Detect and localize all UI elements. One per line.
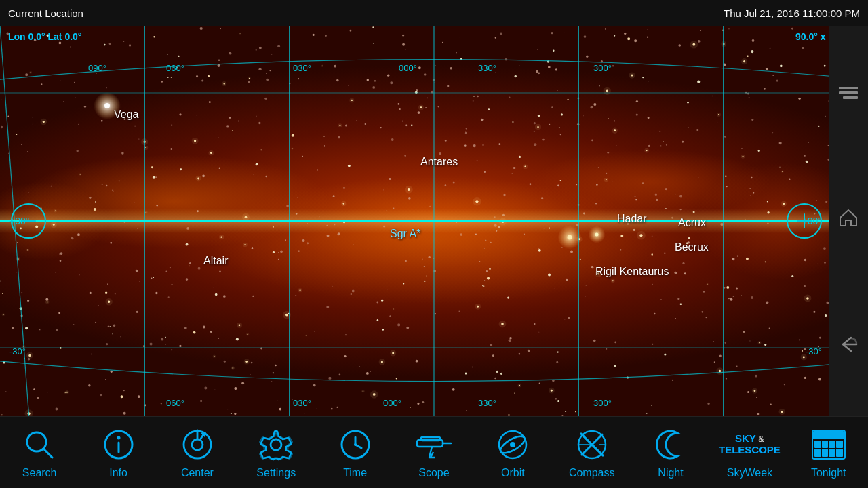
- svg-rect-13: [804, 214, 805, 228]
- star-sgra: Sgr A*: [390, 228, 420, 240]
- star-becrux: Becrux: [675, 241, 709, 253]
- night-icon: [652, 426, 689, 463]
- dec-minus30-right: -30°: [806, 346, 822, 357]
- coord-330-bot: 330°: [478, 398, 496, 408]
- nav-orbit[interactable]: Orbit: [482, 426, 543, 479]
- zoom-out-button[interactable]: [11, 203, 46, 239]
- nav-scope[interactable]: Scope: [403, 426, 465, 479]
- svg-point-23: [192, 439, 203, 450]
- nav-time[interactable]: Time: [325, 426, 386, 479]
- compass-icon: [574, 426, 610, 463]
- center-icon: [179, 426, 216, 463]
- nav-tonight[interactable]: Tonight: [798, 426, 859, 479]
- orbit-icon: [494, 426, 531, 463]
- lonlat-display: Lon 0.0° Lat 0.0°: [8, 31, 81, 42]
- info-icon: [100, 426, 137, 463]
- nav-night[interactable]: Night: [640, 426, 701, 479]
- coord-030-bot: 030°: [293, 398, 311, 408]
- star-rigil: Rigil Kentaurus: [595, 266, 669, 278]
- nav-settings[interactable]: Settings: [245, 426, 307, 479]
- coord-030-top: 030°: [293, 63, 311, 73]
- star-altair: Altair: [203, 255, 228, 267]
- coord-090: 090°: [88, 63, 106, 73]
- svg-rect-11: [21, 220, 36, 222]
- svg-point-31: [354, 443, 357, 446]
- coord-000-top: 000°: [399, 63, 417, 73]
- coord-060-bot: 060°: [166, 398, 184, 408]
- skyweek-icon: SKY & TELESCOPE: [731, 426, 768, 463]
- sky-view[interactable]: 090° 060° 030° 000° 330° 300° 060° 030° …: [0, 26, 868, 416]
- bottom-navigation: Search Info Center: [0, 416, 868, 488]
- star-vega: Vega: [114, 108, 138, 121]
- star-acrux: Acrux: [678, 217, 706, 229]
- zoom-in-button[interactable]: [787, 203, 822, 239]
- android-menu-button[interactable]: [837, 85, 859, 103]
- search-icon: [21, 426, 58, 463]
- coord-000-bot: 000°: [383, 398, 401, 408]
- scope-icon: [416, 426, 452, 463]
- svg-point-27: [271, 439, 281, 450]
- svg-rect-16: [843, 96, 858, 99]
- tonight-icon: [810, 426, 847, 463]
- settings-icon: [258, 426, 294, 463]
- nav-search[interactable]: Search: [9, 426, 70, 479]
- nav-info[interactable]: Info: [88, 426, 149, 479]
- coord-300-top: 300°: [593, 63, 612, 73]
- dec-minus30-left: -30°: [9, 346, 26, 357]
- svg-rect-14: [839, 87, 858, 89]
- coord-330-top: 330°: [478, 63, 496, 73]
- svg-point-39: [510, 442, 515, 447]
- android-home-button[interactable]: [837, 207, 859, 231]
- nav-center[interactable]: Center: [167, 426, 228, 479]
- star-hadar: Hadar: [617, 213, 647, 225]
- star-antares: Antares: [420, 156, 458, 168]
- svg-point-21: [117, 436, 120, 439]
- android-back-button[interactable]: [837, 335, 859, 357]
- svg-rect-33: [421, 437, 440, 441]
- nav-skyweek[interactable]: SKY & TELESCOPE SkyWeek: [719, 426, 780, 479]
- time-icon: [337, 426, 374, 463]
- coord-300-bot: 300°: [593, 398, 612, 408]
- android-nav-buttons: [829, 26, 868, 416]
- svg-rect-15: [839, 92, 858, 94]
- nav-compass[interactable]: Compass: [561, 426, 623, 479]
- location-label: Current Location: [8, 7, 83, 19]
- datetime-label: Thu Jul 21, 2016 11:00:00 PM: [724, 7, 860, 19]
- sky-grid: [0, 26, 868, 416]
- svg-line-18: [43, 449, 52, 458]
- coord-060-top: 060°: [166, 63, 184, 73]
